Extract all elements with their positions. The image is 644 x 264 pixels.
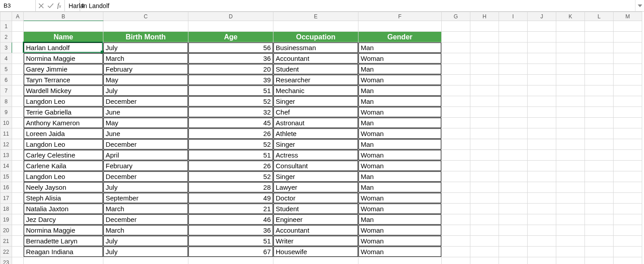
cell-H13[interactable]	[470, 150, 499, 161]
cell-E1[interactable]	[273, 21, 358, 32]
cell-H4[interactable]	[470, 53, 499, 64]
cell-H10[interactable]	[470, 118, 499, 128]
fx-icon[interactable]: fx	[57, 2, 62, 9]
cell-E20[interactable]: Accountant	[273, 225, 358, 236]
cell-I19[interactable]	[499, 214, 528, 225]
cell-A19[interactable]	[12, 214, 24, 225]
cell-I11[interactable]	[499, 128, 528, 139]
cell-M21[interactable]	[614, 236, 642, 247]
cell-L12[interactable]	[585, 139, 614, 150]
cell-B5[interactable]: Garey Jimmie	[24, 64, 103, 75]
cell-D15[interactable]: 52	[188, 171, 273, 182]
cell-M9[interactable]	[614, 107, 642, 118]
col-header-I[interactable]: I	[499, 12, 528, 21]
row-header-22[interactable]: 22	[0, 247, 12, 257]
cell-I23[interactable]	[499, 257, 528, 264]
cell-J20[interactable]	[528, 225, 556, 236]
cell-A6[interactable]	[12, 75, 24, 85]
cell-A4[interactable]	[12, 53, 24, 64]
select-all-corner[interactable]	[0, 12, 12, 21]
cell-M14[interactable]	[614, 161, 642, 171]
cell-G10[interactable]	[442, 118, 470, 128]
cell-M15[interactable]	[614, 171, 642, 182]
cell-E17[interactable]: Doctor	[273, 193, 358, 204]
cell-C16[interactable]: July	[103, 182, 188, 193]
cell-L5[interactable]	[585, 64, 614, 75]
cell-L14[interactable]	[585, 161, 614, 171]
cell-K10[interactable]	[556, 118, 585, 128]
cell-C14[interactable]: February	[103, 161, 188, 171]
cell-G17[interactable]	[442, 193, 470, 204]
cell-J11[interactable]	[528, 128, 556, 139]
row-header-19[interactable]: 19	[0, 214, 12, 225]
cell-K21[interactable]	[556, 236, 585, 247]
cell-A22[interactable]	[12, 247, 24, 257]
cell-B10[interactable]: Anthony Kameron	[24, 118, 103, 128]
col-header-A[interactable]: A	[12, 12, 24, 21]
cell-L17[interactable]	[585, 193, 614, 204]
cell-J13[interactable]	[528, 150, 556, 161]
cell-F20[interactable]: Woman	[358, 225, 442, 236]
cell-I9[interactable]	[499, 107, 528, 118]
cell-L13[interactable]	[585, 150, 614, 161]
cell-H23[interactable]	[470, 257, 499, 264]
row-header-8[interactable]: 8	[0, 96, 12, 107]
cell-J15[interactable]	[528, 171, 556, 182]
cell-J10[interactable]	[528, 118, 556, 128]
cell-F5[interactable]: Man	[358, 64, 442, 75]
cell-K17[interactable]	[556, 193, 585, 204]
cell-K8[interactable]	[556, 96, 585, 107]
cell-D20[interactable]: 36	[188, 225, 273, 236]
cell-D2[interactable]: Age	[188, 32, 273, 43]
cell-C22[interactable]: July	[103, 247, 188, 257]
cell-C19[interactable]: December	[103, 214, 188, 225]
cell-J16[interactable]	[528, 182, 556, 193]
cell-F12[interactable]: Man	[358, 139, 442, 150]
cell-C1[interactable]	[103, 21, 188, 32]
col-header-H[interactable]: H	[470, 12, 499, 21]
row-header-21[interactable]: 21	[0, 236, 12, 247]
row-header-12[interactable]: 12	[0, 139, 12, 150]
cell-B8[interactable]: Langdon Leo	[24, 96, 103, 107]
cell-D12[interactable]: 52	[188, 139, 273, 150]
cell-L18[interactable]	[585, 204, 614, 214]
row-header-4[interactable]: 4	[0, 53, 12, 64]
cell-J6[interactable]	[528, 75, 556, 85]
cell-F1[interactable]	[358, 21, 442, 32]
col-header-J[interactable]: J	[528, 12, 556, 21]
cell-L23[interactable]	[585, 257, 614, 264]
cell-B20[interactable]: Normina Maggie	[24, 225, 103, 236]
cell-I18[interactable]	[499, 204, 528, 214]
cell-L10[interactable]	[585, 118, 614, 128]
cell-A9[interactable]	[12, 107, 24, 118]
cell-C7[interactable]: July	[103, 85, 188, 96]
cell-H8[interactable]	[470, 96, 499, 107]
cell-B6[interactable]: Taryn Terrance	[24, 75, 103, 85]
cell-M19[interactable]	[614, 214, 642, 225]
cell-E3[interactable]: Businessman	[273, 43, 358, 53]
cell-E21[interactable]: Writer	[273, 236, 358, 247]
cell-L6[interactable]	[585, 75, 614, 85]
cell-B15[interactable]: Langdon Leo	[24, 171, 103, 182]
cell-A3[interactable]	[12, 43, 24, 53]
cell-E4[interactable]: Accountant	[273, 53, 358, 64]
col-header-F[interactable]: F	[358, 12, 442, 21]
confirm-button[interactable]	[47, 3, 54, 9]
cell-E10[interactable]: Astronaut	[273, 118, 358, 128]
cell-G15[interactable]	[442, 171, 470, 182]
cell-G13[interactable]	[442, 150, 470, 161]
cell-B21[interactable]: Bernadette Laryn	[24, 236, 103, 247]
cell-A21[interactable]	[12, 236, 24, 247]
cell-F10[interactable]: Man	[358, 118, 442, 128]
cell-C13[interactable]: April	[103, 150, 188, 161]
cell-J5[interactable]	[528, 64, 556, 75]
cell-I21[interactable]	[499, 236, 528, 247]
cell-F2[interactable]: Gender	[358, 32, 442, 43]
cell-M11[interactable]	[614, 128, 642, 139]
cell-E7[interactable]: Mechanic	[273, 85, 358, 96]
cell-M18[interactable]	[614, 204, 642, 214]
cell-J19[interactable]	[528, 214, 556, 225]
cell-E8[interactable]: Singer	[273, 96, 358, 107]
cell-G1[interactable]	[442, 21, 470, 32]
cell-A12[interactable]	[12, 139, 24, 150]
